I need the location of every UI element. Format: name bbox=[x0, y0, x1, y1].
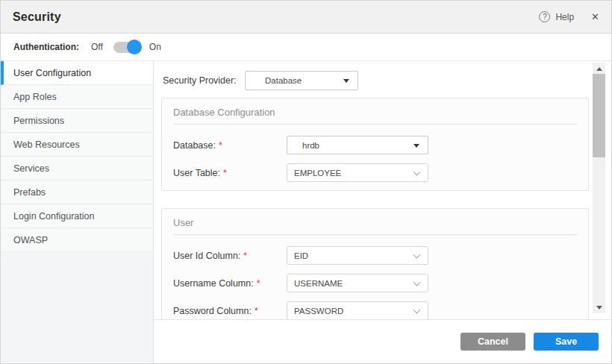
dialog-body: User Configuration App Roles Permissions… bbox=[1, 61, 611, 363]
password-column-field-row: Password Column: * PASSWORD bbox=[173, 301, 576, 320]
sidebar-item-label: Prefabs bbox=[13, 187, 46, 198]
close-icon[interactable]: ✕ bbox=[591, 11, 599, 22]
username-column-value: USERNAME bbox=[294, 279, 343, 288]
panel-separator bbox=[173, 234, 577, 235]
database-field-row: Database: * hrdb bbox=[173, 136, 576, 154]
save-button[interactable]: Save bbox=[534, 333, 599, 351]
arrow-up-icon bbox=[596, 67, 602, 71]
sidebar-item-label: Permissions bbox=[13, 116, 64, 126]
username-column-label: Username Column: bbox=[173, 278, 254, 289]
user-table-label: User Table: bbox=[173, 168, 220, 178]
cancel-button[interactable]: Cancel bbox=[460, 333, 525, 351]
scroll-up-button[interactable] bbox=[593, 63, 605, 75]
panel-title: Database Configuration bbox=[162, 98, 588, 124]
panel-title: User bbox=[162, 209, 588, 234]
authentication-label: Authentication: bbox=[13, 42, 79, 52]
sidebar-item-label: Login Configuration bbox=[13, 211, 94, 222]
arrow-down-icon bbox=[596, 306, 602, 310]
required-marker: * bbox=[257, 278, 260, 289]
security-provider-label: Security Provider: bbox=[163, 75, 245, 86]
content-column: Security Provider: Database Database Con… bbox=[154, 61, 611, 363]
sidebar-item-permissions[interactable]: Permissions bbox=[1, 109, 153, 133]
user-id-column-select[interactable]: EID bbox=[287, 246, 428, 265]
password-column-value: PASSWORD bbox=[294, 307, 343, 316]
sidebar-item-user-configuration[interactable]: User Configuration bbox=[1, 61, 153, 85]
sidebar-item-services[interactable]: Services bbox=[1, 157, 153, 181]
user-table-select[interactable]: EMPLOYEE bbox=[287, 163, 428, 182]
user-panel: User User Id Column: * EID Username Colu… bbox=[161, 208, 589, 320]
sidebar-item-owasp[interactable]: OWASP bbox=[1, 228, 153, 252]
sidebar-item-label: OWASP bbox=[13, 235, 48, 245]
database-configuration-panel: Database Configuration Database: * hrdb … bbox=[161, 98, 589, 191]
sidebar-item-web-resources[interactable]: Web Resources bbox=[1, 133, 153, 157]
required-marker: * bbox=[223, 168, 227, 178]
sidebar-item-prefabs[interactable]: Prefabs bbox=[1, 181, 153, 204]
help-icon[interactable]: ? bbox=[539, 11, 550, 22]
toggle-knob bbox=[127, 40, 142, 54]
sidebar: User Configuration App Roles Permissions… bbox=[1, 61, 154, 363]
user-id-column-label: User Id Column: bbox=[173, 251, 240, 261]
sidebar-item-label: User Configuration bbox=[13, 68, 91, 78]
required-marker: * bbox=[219, 140, 222, 151]
chevron-down-icon bbox=[413, 168, 421, 175]
username-column-field-row: Username Column: * USERNAME bbox=[173, 274, 576, 292]
sidebar-item-label: Services bbox=[13, 163, 49, 174]
authentication-toggle[interactable] bbox=[113, 42, 140, 53]
database-label: Database: bbox=[173, 140, 216, 151]
scrollbar-thumb[interactable] bbox=[593, 74, 605, 157]
panel-separator bbox=[173, 124, 577, 125]
vertical-scrollbar[interactable] bbox=[593, 63, 605, 313]
chevron-down-icon bbox=[413, 278, 421, 286]
page-title: Security bbox=[13, 10, 61, 24]
sidebar-item-label: App Roles bbox=[13, 92, 57, 102]
content-viewport: Security Provider: Database Database Con… bbox=[154, 61, 611, 320]
required-marker: * bbox=[243, 251, 247, 261]
password-column-select[interactable]: PASSWORD bbox=[287, 301, 428, 320]
security-dialog: Security ? Help ✕ Authentication: Off On… bbox=[0, 0, 612, 364]
database-value: hrdb bbox=[302, 141, 319, 150]
sidebar-item-app-roles[interactable]: App Roles bbox=[1, 85, 153, 109]
security-provider-value: Database bbox=[265, 76, 302, 85]
chevron-down-icon bbox=[413, 251, 421, 258]
security-provider-row: Security Provider: Database bbox=[163, 71, 358, 90]
chevron-down-icon bbox=[413, 306, 421, 313]
authentication-row: Authentication: Off On bbox=[1, 34, 611, 61]
dialog-header: Security ? Help ✕ bbox=[1, 1, 611, 34]
database-select[interactable]: hrdb bbox=[287, 136, 428, 154]
user-id-column-field-row: User Id Column: * EID bbox=[173, 246, 576, 265]
dropdown-arrow-icon bbox=[343, 79, 349, 83]
password-column-label: Password Column: bbox=[173, 306, 252, 316]
sidebar-item-login-configuration[interactable]: Login Configuration bbox=[1, 204, 153, 228]
security-provider-select[interactable]: Database bbox=[245, 71, 358, 90]
dialog-footer: Cancel Save bbox=[154, 320, 611, 363]
dropdown-arrow-icon bbox=[413, 144, 419, 148]
header-actions: ? Help ✕ bbox=[539, 11, 599, 22]
user-table-value: EMPLOYEE bbox=[294, 169, 341, 178]
required-marker: * bbox=[255, 306, 258, 316]
help-link[interactable]: Help bbox=[555, 12, 574, 22]
toggle-off-label: Off bbox=[91, 42, 103, 52]
user-id-column-value: EID bbox=[294, 251, 308, 260]
scroll-down-button[interactable] bbox=[593, 301, 605, 313]
toggle-on-label: On bbox=[149, 42, 161, 52]
sidebar-item-label: Web Resources bbox=[13, 139, 80, 150]
username-column-select[interactable]: USERNAME bbox=[287, 274, 428, 292]
user-table-field-row: User Table: * EMPLOYEE bbox=[173, 163, 576, 182]
